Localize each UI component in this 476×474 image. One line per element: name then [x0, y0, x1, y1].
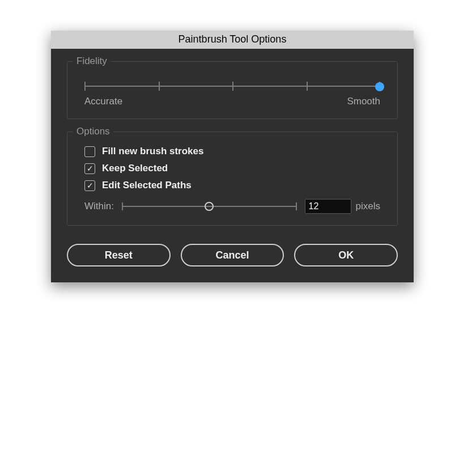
paintbrush-tool-options-dialog: Paintbrush Tool Options Fidelity Accurat…	[51, 31, 414, 282]
options-section: Options Fill new brush strokes Keep Sele…	[67, 132, 398, 226]
edit-selected-paths-checkbox[interactable]	[84, 180, 95, 191]
within-unit-label: pixels	[356, 201, 380, 212]
keep-selected-checkbox[interactable]	[84, 163, 95, 174]
within-input[interactable]	[305, 199, 351, 214]
within-slider[interactable]	[122, 200, 297, 213]
fidelity-left-label: Accurate	[84, 96, 122, 107]
edit-selected-paths-label: Edit Selected Paths	[102, 180, 192, 191]
reset-button[interactable]: Reset	[67, 244, 171, 266]
fill-new-brush-strokes-label: Fill new brush strokes	[102, 146, 204, 157]
fidelity-slider-thumb[interactable]	[375, 82, 384, 91]
options-section-title: Options	[73, 126, 113, 137]
ok-button[interactable]: OK	[294, 244, 398, 266]
fidelity-section: Fidelity Accurate Smooth	[67, 61, 398, 119]
within-slider-thumb[interactable]	[205, 202, 214, 211]
within-label: Within:	[84, 201, 114, 212]
dialog-button-row: Reset Cancel OK	[67, 244, 398, 266]
keep-selected-label: Keep Selected	[102, 163, 168, 174]
fidelity-slider[interactable]	[84, 78, 380, 95]
fill-new-brush-strokes-checkbox[interactable]	[84, 146, 95, 157]
dialog-title: Paintbrush Tool Options	[51, 31, 414, 49]
cancel-button[interactable]: Cancel	[181, 244, 284, 266]
fidelity-section-title: Fidelity	[73, 56, 110, 67]
fidelity-right-label: Smooth	[347, 96, 380, 107]
